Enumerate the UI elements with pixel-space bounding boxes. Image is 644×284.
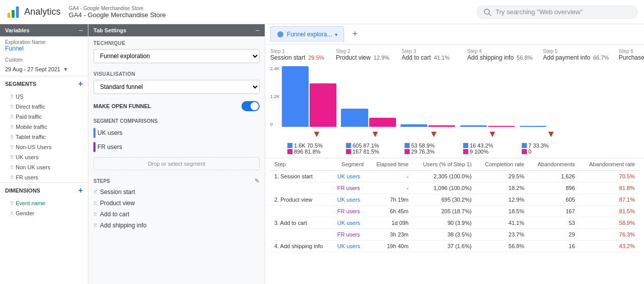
arrow-group-2: ▼ bbox=[346, 129, 405, 139]
step-product-view-label: Product view bbox=[100, 200, 135, 207]
step-add-shipping-info-label: Add shipping info bbox=[100, 222, 146, 229]
step-cell-empty-3 bbox=[270, 229, 333, 241]
technique-select[interactable]: Funnel exploration bbox=[93, 49, 260, 63]
visualisation-title: Visualisation bbox=[93, 71, 135, 77]
date-range[interactable]: Custom bbox=[0, 55, 88, 65]
step-add-shipping-info[interactable]: ⠿ Add shipping info bbox=[88, 220, 265, 231]
step-cell-empty-2 bbox=[270, 206, 333, 217]
step2-pct: 12.9% bbox=[374, 55, 389, 61]
step-session-start[interactable]: ⠿ Session start bbox=[88, 186, 265, 198]
drag-icon: ⠿ bbox=[10, 104, 14, 110]
app-name: Analytics bbox=[24, 7, 61, 17]
tab-dropdown-icon[interactable]: ▾ bbox=[335, 32, 337, 37]
table-row: FR users - 1,096 (100.0%) 18.2% 896 81.8… bbox=[270, 182, 639, 194]
visualisation-label: Visualisation bbox=[88, 67, 265, 79]
open-funnel-toggle[interactable] bbox=[241, 101, 260, 111]
bar-step2-uk bbox=[341, 109, 368, 127]
arrow-group-3: ▼ bbox=[405, 129, 463, 139]
stat-uk-dot-1 bbox=[287, 143, 292, 148]
tab-settings-minimize-icon[interactable]: ─ bbox=[256, 27, 260, 33]
segment-direct-label: Direct traffic bbox=[16, 104, 45, 110]
add-tab-button[interactable]: + bbox=[348, 27, 362, 41]
step-drag-icon: ⠿ bbox=[93, 223, 97, 228]
arrow-group-1: ▼ bbox=[287, 129, 346, 139]
visualisation-select[interactable]: Standard funnel bbox=[93, 80, 260, 94]
completion-2-uk: 12.9% bbox=[476, 194, 528, 206]
drag-icon: ⠿ bbox=[10, 145, 14, 150]
funnel-tab[interactable]: Funnel explora... ▾ bbox=[270, 26, 344, 42]
segment-us[interactable]: ⠿ US bbox=[0, 91, 88, 102]
segment-non-us-users[interactable]: ⠿ Non-US Users bbox=[0, 142, 88, 152]
step-drag-icon: ⠿ bbox=[93, 212, 97, 217]
technique-title: TECHNIQUE bbox=[93, 40, 125, 46]
step6-num: Step 6 bbox=[619, 49, 644, 54]
funnel-header-row: Step 1 Session start 29.5% Step 2 Produc… bbox=[265, 44, 644, 61]
drag-icon: ⠿ bbox=[10, 134, 14, 140]
step2-num: Step 2 bbox=[336, 49, 402, 54]
segment-uk-users[interactable]: ⠿ UK users bbox=[0, 152, 88, 162]
stat5-fr-val: 0 bbox=[528, 149, 531, 155]
edit-steps-icon[interactable]: ✎ bbox=[255, 177, 260, 184]
stat1-fr-val: 896 bbox=[294, 149, 303, 155]
segment-mobile-traffic[interactable]: ⠿ Mobile traffic bbox=[0, 122, 88, 132]
segment-non-uk-users[interactable]: ⠿ Non UK users bbox=[0, 162, 88, 172]
segment-uk-item[interactable]: UK users bbox=[88, 126, 265, 140]
svg-rect-2 bbox=[16, 6, 19, 17]
segment-paid-label: Paid traffic bbox=[16, 114, 42, 120]
segment-fr-label: FR users bbox=[16, 174, 38, 180]
step1-num: Step 1 bbox=[270, 49, 336, 54]
funnel-tab-label: Funnel explora... bbox=[287, 31, 332, 38]
open-funnel-toggle-row: MAKE OPEN FUNNEL bbox=[88, 98, 265, 114]
step5-name: Add payment info bbox=[543, 54, 590, 61]
app-header: Analytics GA4 - Google Merchandise Store… bbox=[0, 0, 644, 24]
table-row: FR users 3h 23m 38 (3.5%) 23.7% 29 76.3% bbox=[270, 229, 639, 241]
drag-icon: ⠿ bbox=[10, 165, 14, 170]
step-add-to-cart[interactable]: ⠿ Add to cart bbox=[88, 209, 265, 220]
segment-cell-fr-2: FR users bbox=[333, 206, 368, 217]
svg-line-4 bbox=[489, 14, 491, 16]
segment-fr-name: FR users bbox=[97, 144, 122, 151]
date-dropdown-icon[interactable]: ▾ bbox=[64, 66, 67, 73]
variables-title: Variables bbox=[5, 27, 29, 33]
elapsed-4-uk: 19h 40m bbox=[368, 241, 413, 252]
segment-direct-traffic[interactable]: ⠿ Direct traffic bbox=[0, 102, 88, 112]
drag-icon: ⠿ bbox=[10, 201, 14, 206]
step4-name: Add shipping info bbox=[467, 54, 514, 61]
bar-group-4 bbox=[460, 66, 520, 127]
segment-tablet-traffic[interactable]: ⠿ Tablet traffic bbox=[0, 132, 88, 142]
step-product-view[interactable]: ⠿ Product view bbox=[88, 198, 265, 209]
segment-fr-item[interactable]: FR users bbox=[88, 140, 265, 154]
drop-arrows-row: ▼ ▼ ▼ ▼ ▼ bbox=[265, 127, 644, 141]
abandonment-rate-3-uk: 58.9% bbox=[579, 217, 639, 229]
drop-arrow-4: ▼ bbox=[488, 129, 497, 139]
variables-minimize-icon[interactable]: ─ bbox=[79, 27, 83, 33]
segment-cell-uk-2: UK users bbox=[333, 194, 368, 206]
segment-fr-users[interactable]: ⠿ FR users bbox=[0, 172, 88, 182]
step-add-to-cart-label: Add to cart bbox=[100, 211, 129, 218]
drag-icon: ⠿ bbox=[10, 155, 14, 160]
segment-drop-area[interactable]: Drop or select segment bbox=[93, 157, 260, 170]
visualisation-select-wrap[interactable]: Standard funnel bbox=[88, 79, 265, 98]
technique-select-wrap[interactable]: Funnel exploration bbox=[88, 48, 265, 67]
segment-paid-traffic[interactable]: ⠿ Paid traffic bbox=[0, 112, 88, 122]
abandonments-2-fr: 167 bbox=[528, 206, 579, 217]
elapsed-2-uk: 7h 19m bbox=[368, 194, 413, 206]
stat2-fr-val: 167 bbox=[353, 149, 362, 155]
main-content: Funnel explora... ▾ + Step 1 Session sta… bbox=[265, 24, 644, 284]
segment-cell-uk: UK users bbox=[333, 171, 368, 182]
segments-add-icon[interactable]: + bbox=[78, 79, 83, 88]
completion-1-fr: 18.2% bbox=[476, 182, 528, 194]
users-2-fr: 205 (18.7%) bbox=[413, 206, 476, 217]
table-row: 2. Product view UK users 7h 19m 695 (30.… bbox=[270, 194, 639, 206]
dimensions-add-icon[interactable]: + bbox=[78, 186, 83, 195]
dimension-event-name[interactable]: ⠿ Event name bbox=[0, 198, 88, 208]
search-bar[interactable]: Try searching "Web overview" bbox=[476, 5, 638, 19]
drop-arrow-3: ▼ bbox=[429, 129, 438, 139]
dimension-gender[interactable]: ⠿ Gender bbox=[0, 208, 88, 218]
abandonment-rate-4-uk: 43.2% bbox=[579, 241, 639, 252]
step-cell-2: 2. Product view bbox=[270, 194, 333, 206]
tab-settings-header: Tab Settings ─ bbox=[88, 24, 265, 36]
dimension-gender-label: Gender bbox=[16, 210, 34, 216]
bar-step4-uk bbox=[460, 125, 487, 127]
date-value: 29 Aug - 27 Sept 2021 bbox=[5, 66, 60, 72]
